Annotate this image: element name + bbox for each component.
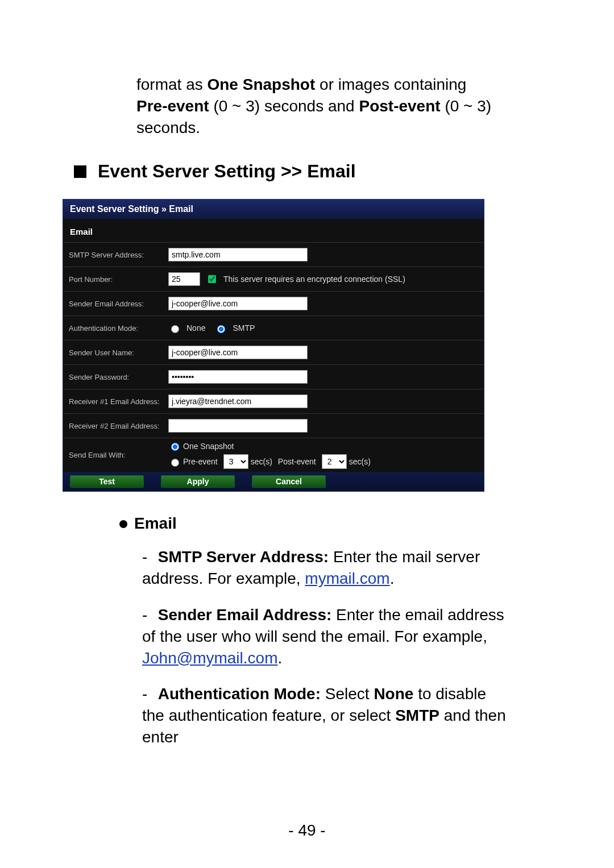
input-sender-password[interactable]	[168, 370, 308, 384]
input-receiver-2[interactable]	[168, 419, 308, 433]
row-receiver-2: Receiver #2 Email Address:	[63, 413, 484, 438]
label-smtp: SMTP Server Address:	[69, 251, 163, 260]
email-config-panel: Event Server Setting » Email Email SMTP …	[63, 199, 484, 492]
label-post-event: Post-event	[278, 457, 316, 466]
label-sender-pass: Sender Password:	[69, 373, 163, 382]
input-port-number[interactable]	[168, 272, 200, 286]
input-sender-username[interactable]	[168, 346, 308, 359]
label-secs-1: sec(s)	[251, 457, 272, 466]
apply-button[interactable]: Apply	[161, 475, 235, 488]
label-pre-event: Pre-event	[183, 457, 218, 466]
row-sender-pass: Sender Password:	[63, 364, 484, 389]
input-receiver-1[interactable]	[168, 394, 308, 408]
page-number: - 49 -	[0, 821, 614, 840]
row-smtp: SMTP Server Address:	[63, 242, 484, 267]
desc-item-sender: - Sender Email Address: Enter the email …	[142, 604, 506, 668]
row-auth-mode: Authentication Mode: None SMTP	[63, 315, 484, 340]
label-one-snapshot: One Snapshot	[183, 442, 234, 451]
label-receiver-2: Receiver #2 Email Address:	[69, 422, 163, 431]
button-row: Test Apply Cancel	[63, 472, 484, 491]
desc-heading: Email	[134, 514, 177, 533]
label-secs-2: sec(s)	[349, 457, 371, 466]
row-sender-addr: Sender Email Address:	[63, 291, 484, 315]
input-sender-email[interactable]	[168, 297, 308, 310]
radio-auth-none[interactable]	[171, 325, 179, 333]
label-sender-user: Sender User Name:	[69, 348, 163, 358]
radio-auth-smtp[interactable]	[217, 325, 225, 333]
row-send-with: Send Email With: One Snapshot Pre-event …	[63, 438, 484, 472]
radio-one-snapshot[interactable]	[171, 443, 179, 451]
checkbox-ssl[interactable]	[208, 275, 216, 283]
label-send-with: Send Email With:	[69, 451, 163, 460]
radio-pre-post-event[interactable]	[171, 459, 179, 467]
label-auth-smtp: SMTP	[233, 323, 255, 333]
row-sender-user: Sender User Name:	[63, 340, 484, 364]
label-port: Port Number:	[69, 275, 163, 284]
desc-item-auth: - Authentication Mode: Select None to di…	[142, 683, 506, 747]
label-receiver-1: Receiver #1 Email Address:	[69, 397, 163, 406]
panel-title: Event Server Setting » Email	[63, 200, 484, 219]
select-post-event-secs[interactable]: 2	[322, 454, 347, 469]
desc-item-smtp: - SMTP Server Address: Enter the mail se…	[142, 546, 506, 589]
section-heading: Event Server Setting >> Email	[74, 161, 551, 182]
row-port: Port Number: This server requires an enc…	[63, 267, 484, 291]
link-mymail[interactable]: mymail.com	[305, 570, 389, 587]
round-bullet-icon	[119, 520, 127, 528]
label-sender-addr: Sender Email Address:	[69, 300, 163, 309]
label-auth-none: None	[186, 323, 205, 333]
square-bullet-icon	[74, 165, 86, 178]
section-heading-text: Event Server Setting >> Email	[98, 161, 356, 182]
select-pre-event-secs[interactable]: 3	[223, 454, 248, 469]
cancel-button[interactable]: Cancel	[252, 475, 326, 488]
link-john-mymail[interactable]: John@mymail.com	[142, 649, 277, 667]
label-ssl: This server requires an encrypted connec…	[223, 275, 405, 284]
label-auth-mode: Authentication Mode:	[69, 324, 163, 333]
row-receiver-1: Receiver #1 Email Address:	[63, 389, 484, 413]
description-block: Email - SMTP Server Address: Enter the m…	[119, 514, 551, 747]
intro-paragraph: format as One Snapshot or images contain…	[136, 74, 500, 138]
panel-section-label: Email	[63, 219, 484, 242]
input-smtp-server[interactable]	[168, 248, 308, 261]
test-button[interactable]: Test	[70, 475, 144, 488]
